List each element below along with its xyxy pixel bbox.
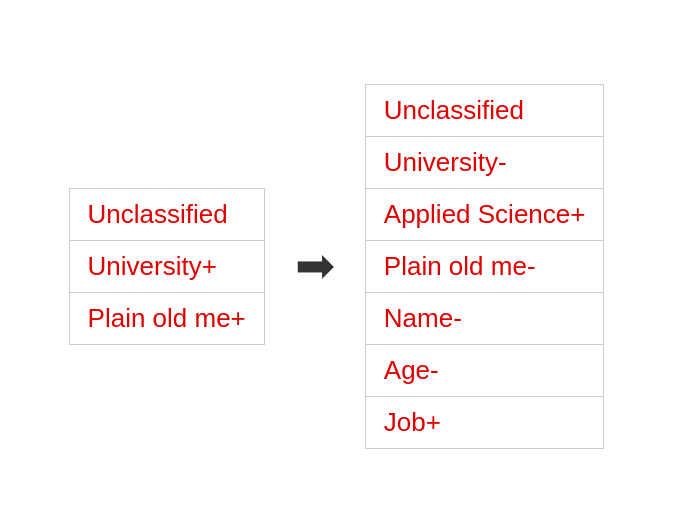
right-list-item-5: Age- (366, 345, 604, 397)
right-list-item-6: Job+ (366, 397, 604, 448)
right-list-item-4: Name- (366, 293, 604, 345)
left-list-item-1: University+ (70, 241, 264, 293)
arrow-container: ➡ (285, 242, 345, 290)
diagram-container: Unclassified University+ Plain old me+ ➡… (69, 84, 605, 449)
left-list-item-2: Plain old me+ (70, 293, 264, 344)
left-list-item-0: Unclassified (70, 189, 264, 241)
right-arrow-icon: ➡ (295, 242, 335, 290)
right-list-item-2: Applied Science+ (366, 189, 604, 241)
left-list: Unclassified University+ Plain old me+ (69, 188, 265, 345)
right-list-item-1: University- (366, 137, 604, 189)
right-list: Unclassified University- Applied Science… (365, 84, 605, 449)
right-list-item-3: Plain old me- (366, 241, 604, 293)
right-list-item-0: Unclassified (366, 85, 604, 137)
